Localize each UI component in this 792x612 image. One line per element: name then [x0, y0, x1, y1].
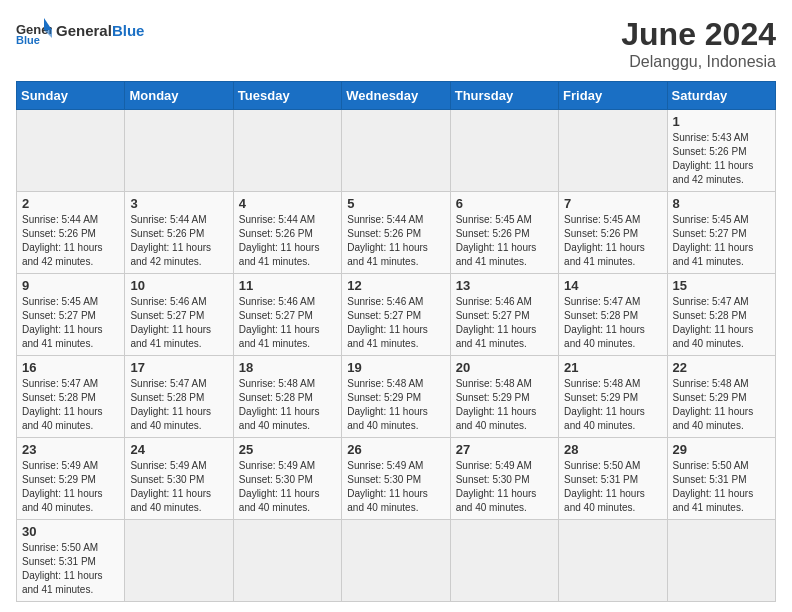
day-info: Sunrise: 5:50 AM Sunset: 5:31 PM Dayligh… [22, 541, 119, 597]
day-cell-19: 19Sunrise: 5:48 AM Sunset: 5:29 PM Dayli… [342, 356, 450, 438]
empty-cell [342, 520, 450, 602]
title-block: June 2024 Delanggu, Indonesia [621, 16, 776, 71]
day-info: Sunrise: 5:50 AM Sunset: 5:31 PM Dayligh… [564, 459, 661, 515]
day-info: Sunrise: 5:45 AM Sunset: 5:27 PM Dayligh… [22, 295, 119, 351]
day-cell-14: 14Sunrise: 5:47 AM Sunset: 5:28 PM Dayli… [559, 274, 667, 356]
calendar-table: SundayMondayTuesdayWednesdayThursdayFrid… [16, 81, 776, 602]
svg-text:Blue: Blue [16, 34, 40, 46]
day-cell-8: 8Sunrise: 5:45 AM Sunset: 5:27 PM Daylig… [667, 192, 775, 274]
empty-cell [450, 520, 558, 602]
weekday-header-wednesday: Wednesday [342, 82, 450, 110]
day-info: Sunrise: 5:46 AM Sunset: 5:27 PM Dayligh… [130, 295, 227, 351]
day-cell-24: 24Sunrise: 5:49 AM Sunset: 5:30 PM Dayli… [125, 438, 233, 520]
day-cell-4: 4Sunrise: 5:44 AM Sunset: 5:26 PM Daylig… [233, 192, 341, 274]
day-cell-23: 23Sunrise: 5:49 AM Sunset: 5:29 PM Dayli… [17, 438, 125, 520]
day-info: Sunrise: 5:44 AM Sunset: 5:26 PM Dayligh… [347, 213, 444, 269]
day-cell-17: 17Sunrise: 5:47 AM Sunset: 5:28 PM Dayli… [125, 356, 233, 438]
day-number: 10 [130, 278, 227, 293]
weekday-header-row: SundayMondayTuesdayWednesdayThursdayFrid… [17, 82, 776, 110]
day-cell-6: 6Sunrise: 5:45 AM Sunset: 5:26 PM Daylig… [450, 192, 558, 274]
day-number: 12 [347, 278, 444, 293]
weekday-header-sunday: Sunday [17, 82, 125, 110]
day-info: Sunrise: 5:48 AM Sunset: 5:29 PM Dayligh… [456, 377, 553, 433]
empty-cell [233, 110, 341, 192]
day-number: 24 [130, 442, 227, 457]
day-number: 4 [239, 196, 336, 211]
day-number: 28 [564, 442, 661, 457]
empty-cell [17, 110, 125, 192]
day-info: Sunrise: 5:44 AM Sunset: 5:26 PM Dayligh… [22, 213, 119, 269]
logo-blue: Blue [112, 22, 145, 39]
day-info: Sunrise: 5:50 AM Sunset: 5:31 PM Dayligh… [673, 459, 770, 515]
day-number: 25 [239, 442, 336, 457]
day-number: 7 [564, 196, 661, 211]
day-cell-11: 11Sunrise: 5:46 AM Sunset: 5:27 PM Dayli… [233, 274, 341, 356]
day-info: Sunrise: 5:49 AM Sunset: 5:30 PM Dayligh… [239, 459, 336, 515]
day-cell-2: 2Sunrise: 5:44 AM Sunset: 5:26 PM Daylig… [17, 192, 125, 274]
empty-cell [667, 520, 775, 602]
day-number: 17 [130, 360, 227, 375]
day-cell-7: 7Sunrise: 5:45 AM Sunset: 5:26 PM Daylig… [559, 192, 667, 274]
day-cell-28: 28Sunrise: 5:50 AM Sunset: 5:31 PM Dayli… [559, 438, 667, 520]
day-number: 18 [239, 360, 336, 375]
day-cell-10: 10Sunrise: 5:46 AM Sunset: 5:27 PM Dayli… [125, 274, 233, 356]
day-info: Sunrise: 5:43 AM Sunset: 5:26 PM Dayligh… [673, 131, 770, 187]
empty-cell [559, 110, 667, 192]
weekday-header-saturday: Saturday [667, 82, 775, 110]
day-number: 30 [22, 524, 119, 539]
day-info: Sunrise: 5:49 AM Sunset: 5:30 PM Dayligh… [130, 459, 227, 515]
weekday-header-friday: Friday [559, 82, 667, 110]
day-cell-5: 5Sunrise: 5:44 AM Sunset: 5:26 PM Daylig… [342, 192, 450, 274]
week-row-1: 1Sunrise: 5:43 AM Sunset: 5:26 PM Daylig… [17, 110, 776, 192]
day-cell-25: 25Sunrise: 5:49 AM Sunset: 5:30 PM Dayli… [233, 438, 341, 520]
day-info: Sunrise: 5:47 AM Sunset: 5:28 PM Dayligh… [673, 295, 770, 351]
week-row-2: 2Sunrise: 5:44 AM Sunset: 5:26 PM Daylig… [17, 192, 776, 274]
day-info: Sunrise: 5:46 AM Sunset: 5:27 PM Dayligh… [347, 295, 444, 351]
day-info: Sunrise: 5:45 AM Sunset: 5:27 PM Dayligh… [673, 213, 770, 269]
day-number: 6 [456, 196, 553, 211]
day-number: 19 [347, 360, 444, 375]
day-number: 3 [130, 196, 227, 211]
day-cell-16: 16Sunrise: 5:47 AM Sunset: 5:28 PM Dayli… [17, 356, 125, 438]
week-row-3: 9Sunrise: 5:45 AM Sunset: 5:27 PM Daylig… [17, 274, 776, 356]
day-number: 2 [22, 196, 119, 211]
day-cell-30: 30Sunrise: 5:50 AM Sunset: 5:31 PM Dayli… [17, 520, 125, 602]
day-number: 27 [456, 442, 553, 457]
day-number: 1 [673, 114, 770, 129]
logo-icon: General Blue [16, 16, 52, 46]
day-number: 21 [564, 360, 661, 375]
day-info: Sunrise: 5:48 AM Sunset: 5:29 PM Dayligh… [673, 377, 770, 433]
day-info: Sunrise: 5:46 AM Sunset: 5:27 PM Dayligh… [456, 295, 553, 351]
day-number: 5 [347, 196, 444, 211]
day-cell-29: 29Sunrise: 5:50 AM Sunset: 5:31 PM Dayli… [667, 438, 775, 520]
weekday-header-monday: Monday [125, 82, 233, 110]
day-cell-20: 20Sunrise: 5:48 AM Sunset: 5:29 PM Dayli… [450, 356, 558, 438]
day-number: 20 [456, 360, 553, 375]
week-row-5: 23Sunrise: 5:49 AM Sunset: 5:29 PM Dayli… [17, 438, 776, 520]
day-number: 14 [564, 278, 661, 293]
day-number: 11 [239, 278, 336, 293]
logo: General Blue GeneralBlue [16, 16, 144, 46]
day-number: 8 [673, 196, 770, 211]
day-cell-21: 21Sunrise: 5:48 AM Sunset: 5:29 PM Dayli… [559, 356, 667, 438]
page-subtitle: Delanggu, Indonesia [621, 53, 776, 71]
empty-cell [450, 110, 558, 192]
empty-cell [342, 110, 450, 192]
day-cell-27: 27Sunrise: 5:49 AM Sunset: 5:30 PM Dayli… [450, 438, 558, 520]
logo-general: General [56, 22, 112, 39]
day-info: Sunrise: 5:48 AM Sunset: 5:28 PM Dayligh… [239, 377, 336, 433]
day-number: 13 [456, 278, 553, 293]
empty-cell [125, 520, 233, 602]
day-info: Sunrise: 5:45 AM Sunset: 5:26 PM Dayligh… [456, 213, 553, 269]
empty-cell [559, 520, 667, 602]
day-info: Sunrise: 5:44 AM Sunset: 5:26 PM Dayligh… [239, 213, 336, 269]
day-number: 29 [673, 442, 770, 457]
day-info: Sunrise: 5:49 AM Sunset: 5:29 PM Dayligh… [22, 459, 119, 515]
day-cell-1: 1Sunrise: 5:43 AM Sunset: 5:26 PM Daylig… [667, 110, 775, 192]
weekday-header-thursday: Thursday [450, 82, 558, 110]
day-info: Sunrise: 5:45 AM Sunset: 5:26 PM Dayligh… [564, 213, 661, 269]
day-cell-12: 12Sunrise: 5:46 AM Sunset: 5:27 PM Dayli… [342, 274, 450, 356]
day-cell-15: 15Sunrise: 5:47 AM Sunset: 5:28 PM Dayli… [667, 274, 775, 356]
weekday-header-tuesday: Tuesday [233, 82, 341, 110]
day-cell-26: 26Sunrise: 5:49 AM Sunset: 5:30 PM Dayli… [342, 438, 450, 520]
